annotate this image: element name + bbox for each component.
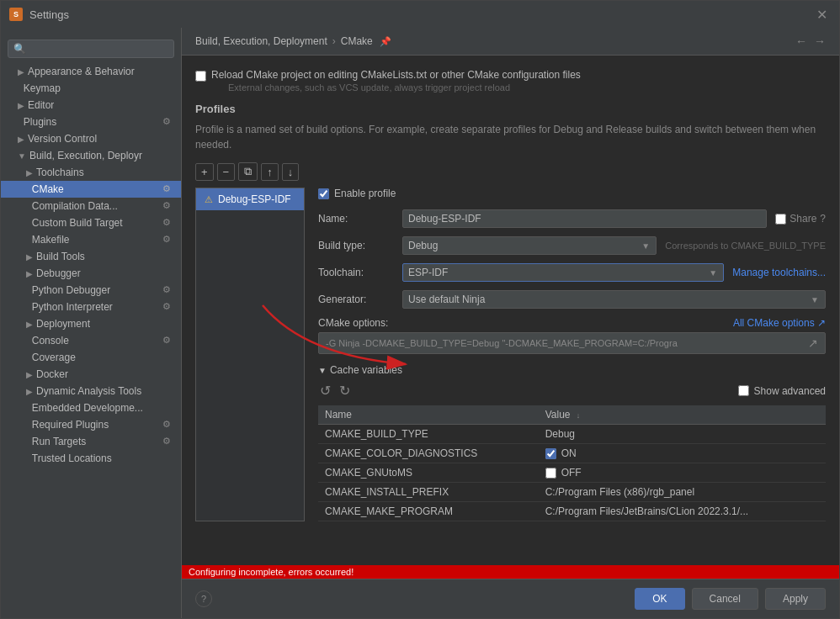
- cmake-options-label: CMake options:: [318, 317, 388, 329]
- sidebar-item-coverage[interactable]: Coverage: [1, 349, 181, 366]
- cache-row-name: CMAKE_MAKE_PROGRAM: [318, 502, 539, 521]
- cache-value-checkbox[interactable]: [545, 448, 556, 459]
- settings-icon: ⚙: [162, 234, 174, 246]
- build-type-select[interactable]: Debug Release RelWithDebInfo MinSizeRel: [402, 236, 657, 255]
- copy-profile-button[interactable]: ⧉: [238, 162, 258, 181]
- sidebar-item-toolchains[interactable]: ▶ Toolchains: [1, 164, 181, 181]
- manage-toolchains-link[interactable]: Manage toolchains...: [732, 267, 826, 278]
- sidebar-item-run-targets[interactable]: Run Targets ⚙: [1, 433, 181, 450]
- reload-checkbox[interactable]: [195, 71, 206, 82]
- cache-row-value: ON: [539, 444, 826, 463]
- settings-icon: ⚙: [162, 335, 174, 347]
- breadcrumb-bar: Build, Execution, Deployment › CMake 📌 ←…: [182, 28, 839, 56]
- apply-button[interactable]: Apply: [765, 588, 826, 610]
- sidebar-item-console[interactable]: Console ⚙: [1, 332, 181, 349]
- cmake-options-link[interactable]: All CMake options ↗: [733, 317, 826, 329]
- help-button[interactable]: ?: [195, 590, 212, 607]
- sidebar-item-docker[interactable]: ▶ Docker: [1, 366, 181, 383]
- profile-list-item[interactable]: ⚠ Debug-ESP-IDF: [196, 188, 304, 210]
- arrow-icon: [26, 353, 29, 362]
- sidebar-item-label: Python Debugger: [32, 284, 110, 296]
- breadcrumb-parent: Build, Execution, Deployment: [195, 35, 327, 47]
- sidebar-item-label: Console: [32, 335, 69, 347]
- cache-undo-button[interactable]: ↺: [318, 381, 332, 400]
- sidebar: ▶ Appearance & Behavior Keymap ▶ Editor …: [1, 28, 182, 618]
- enable-profile-checkbox[interactable]: [318, 188, 329, 199]
- sidebar-item-editor[interactable]: ▶ Editor: [1, 97, 181, 114]
- arrow-icon: ▶: [26, 320, 33, 329]
- build-type-hint: Corresponds to CMAKE_BUILD_TYPE: [665, 241, 826, 251]
- cache-row-value: Debug: [539, 425, 826, 444]
- sidebar-item-makefile[interactable]: Makefile ⚙: [1, 231, 181, 248]
- sidebar-item-python-debugger[interactable]: Python Debugger ⚙: [1, 282, 181, 299]
- cache-section: ▼ Cache variables ↺ ↻ Show adv: [318, 364, 826, 521]
- enable-profile-label: Enable profile: [334, 188, 396, 199]
- search-input[interactable]: [8, 40, 174, 58]
- sidebar-item-python-interpreter[interactable]: Python Interpreter ⚙: [1, 299, 181, 315]
- sidebar-item-label: Build Tools: [36, 251, 85, 262]
- sidebar-item-label: Debugger: [36, 267, 81, 279]
- sidebar-item-label: Compilation Data...: [32, 200, 118, 212]
- sidebar-item-plugins[interactable]: Plugins ⚙: [1, 114, 181, 130]
- remove-profile-button[interactable]: −: [217, 163, 236, 181]
- titlebar: S Settings ✕: [1, 1, 839, 28]
- sidebar-item-appearance[interactable]: ▶ Appearance & Behavior: [1, 63, 181, 80]
- sidebar-item-keymap[interactable]: Keymap: [1, 80, 181, 97]
- settings-icon: ⚙: [162, 116, 174, 128]
- reload-checkbox-sublabel: External changes, such as VCS update, al…: [228, 82, 581, 93]
- sidebar-item-label: Coverage: [32, 352, 76, 363]
- sidebar-item-compilation-data[interactable]: Compilation Data... ⚙: [1, 198, 181, 214]
- sidebar-item-build-execution[interactable]: ▼ Build, Execution, Deployr: [1, 147, 181, 164]
- toolchain-select[interactable]: ESP-IDF Default: [402, 263, 724, 282]
- sidebar-item-custom-build-target[interactable]: Custom Build Target ⚙: [1, 214, 181, 231]
- arrow-icon: ▶: [26, 387, 33, 396]
- move-down-button[interactable]: ↓: [282, 163, 300, 181]
- name-input[interactable]: [402, 209, 767, 228]
- sidebar-item-label: Build, Execution, Deployr: [29, 150, 142, 161]
- add-profile-button[interactable]: +: [195, 163, 214, 181]
- toolchain-row: Toolchain: ESP-IDF Default ▼ Manage tool…: [318, 263, 826, 282]
- close-button[interactable]: ✕: [813, 3, 831, 26]
- settings-window: S Settings ✕ ▶ Appearance & Behavior Key…: [0, 0, 840, 619]
- sidebar-item-cmake[interactable]: CMake ⚙: [1, 181, 181, 198]
- cache-value-checkbox[interactable]: [545, 468, 556, 479]
- warning-icon: ⚠: [205, 194, 213, 205]
- share-checkbox[interactable]: [775, 214, 786, 225]
- show-advanced-checkbox[interactable]: [738, 385, 749, 396]
- status-message: Configuring incomplete, errors occurred!: [189, 567, 354, 577]
- cache-header[interactable]: ▼ Cache variables: [318, 364, 826, 376]
- nav-back-button[interactable]: ←: [795, 34, 807, 48]
- sidebar-item-required-plugins[interactable]: Required Plugins ⚙: [1, 416, 181, 433]
- sidebar-item-dynamic-analysis[interactable]: ▶ Dynamic Analysis Tools: [1, 383, 181, 399]
- table-row: CMAKE_GNUtoMS OFF: [318, 463, 826, 483]
- arrow-icon: [26, 185, 29, 194]
- move-up-button[interactable]: ↑: [261, 163, 279, 181]
- cancel-button[interactable]: Cancel: [692, 588, 758, 610]
- arrow-icon: [26, 202, 29, 211]
- cache-redo-button[interactable]: ↻: [338, 381, 352, 400]
- sidebar-item-deployment[interactable]: ▶ Deployment: [1, 315, 181, 332]
- cmake-options-field[interactable]: -G Ninja -DCMAKE_BUILD_TYPE=Debug "-DCMA…: [318, 332, 826, 354]
- ok-button[interactable]: OK: [635, 588, 684, 610]
- cmake-options-expand-button[interactable]: ↗: [808, 336, 818, 350]
- nav-forward-button[interactable]: →: [814, 34, 826, 48]
- generator-label: Generator:: [318, 294, 402, 305]
- settings-icon: ⚙: [162, 301, 174, 313]
- settings-icon: ⚙: [162, 436, 174, 447]
- arrow-icon: [26, 235, 29, 245]
- breadcrumb-separator: ›: [332, 35, 336, 47]
- sidebar-item-debugger[interactable]: ▶ Debugger: [1, 265, 181, 282]
- sidebar-item-label: Makefile: [32, 234, 70, 246]
- sidebar-item-label: Keymap: [24, 82, 61, 94]
- profiles-toolbar: + − ⧉ ↑ ↓: [195, 162, 826, 181]
- sidebar-item-build-tools[interactable]: ▶ Build Tools: [1, 248, 181, 265]
- name-row: Name: Share ?: [318, 209, 826, 228]
- sidebar-item-trusted-locations[interactable]: Trusted Locations: [1, 450, 181, 467]
- cache-col-value[interactable]: Value ↓: [539, 405, 826, 425]
- sidebar-item-version-control[interactable]: ▶ Version Control: [1, 130, 181, 147]
- sidebar-item-embedded[interactable]: Embedded Developme...: [1, 399, 181, 416]
- arrow-icon: [26, 286, 29, 295]
- cache-table: Name Value ↓: [318, 405, 826, 521]
- help-icon[interactable]: ?: [820, 213, 826, 225]
- generator-select[interactable]: Use default Ninja Ninja Unix Makefiles: [402, 290, 826, 309]
